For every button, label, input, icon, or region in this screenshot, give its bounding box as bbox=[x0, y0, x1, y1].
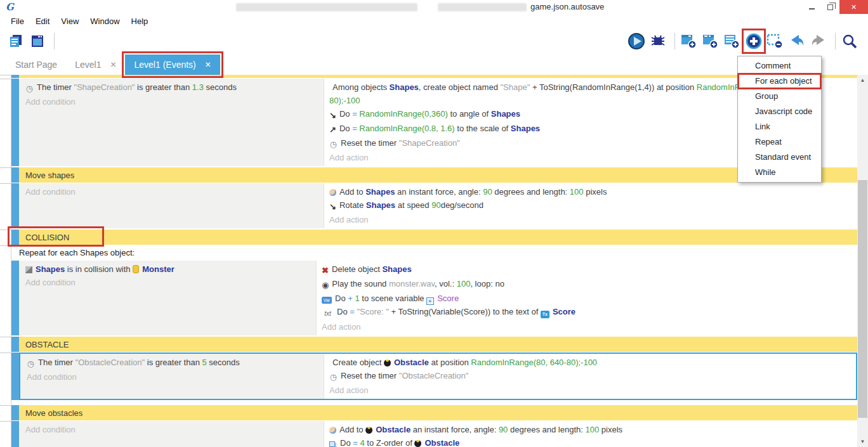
comment-row: OBSTACLE bbox=[0, 337, 857, 352]
add-condition-button[interactable]: Add condition bbox=[25, 423, 320, 436]
text-segment: RandomInRange(0.8, 1.6) bbox=[357, 124, 455, 133]
project-manager-icon[interactable] bbox=[6, 31, 25, 51]
add-condition-button[interactable]: Add condition bbox=[25, 276, 312, 289]
menu-item-link[interactable]: Link bbox=[738, 119, 821, 134]
text-segment: "ObstacleCreation" bbox=[76, 358, 145, 367]
vertical-scrollbar[interactable]: ▲ ▼ bbox=[857, 75, 868, 447]
add-event-type-icon[interactable] bbox=[744, 31, 763, 51]
comment-text[interactable]: Move shapes bbox=[19, 167, 857, 183]
text-segment: pixels bbox=[599, 425, 622, 434]
event-drag-handle[interactable] bbox=[11, 337, 19, 352]
redo-icon[interactable] bbox=[809, 31, 828, 51]
text-action-icon bbox=[322, 306, 334, 320]
event-drag-handle[interactable] bbox=[11, 405, 19, 420]
text-segment: Do bbox=[339, 124, 352, 133]
event-drag-handle[interactable] bbox=[11, 230, 19, 245]
delete-event-icon[interactable] bbox=[766, 31, 785, 51]
comment-text[interactable]: Move obstacles bbox=[19, 405, 857, 420]
text-segment: Shapes bbox=[511, 124, 540, 133]
text-segment: is in collision with bbox=[65, 264, 133, 274]
comment-strip[interactable] bbox=[19, 75, 857, 78]
minimize-button[interactable] bbox=[803, 0, 821, 14]
actions-column[interactable]: Add to Obstacle an instant force, angle:… bbox=[324, 421, 857, 447]
menu-help[interactable]: Help bbox=[126, 16, 154, 26]
add-condition-button[interactable]: Add condition bbox=[25, 95, 320, 108]
conditions-column[interactable]: The timer "ShapeCreation" is greater tha… bbox=[19, 79, 324, 166]
event-drag-handle[interactable] bbox=[11, 183, 19, 228]
toolbar-separator bbox=[54, 33, 55, 49]
condition-line[interactable]: Shapes is in collision with Monster bbox=[25, 262, 312, 276]
debug-icon[interactable] bbox=[648, 31, 667, 51]
conditions-column[interactable]: The timer "ObstacleCreation" is greater … bbox=[20, 354, 324, 399]
actions-column[interactable]: Delete object ShapesPlay the sound monst… bbox=[316, 261, 857, 335]
condition-line[interactable]: The timer "ObstacleCreation" is greater … bbox=[27, 356, 320, 370]
action-line[interactable]: Add to Shapes an instant force, angle: 9… bbox=[329, 185, 813, 198]
event-drag-handle[interactable] bbox=[11, 421, 19, 447]
action-line[interactable]: Do + 1 to scene variable Score bbox=[322, 292, 813, 305]
tab-level1-events-[interactable]: Level1 (Events)✕ bbox=[125, 55, 220, 75]
action-line[interactable]: Do = 4 to Z-order of Obstacle bbox=[329, 436, 813, 447]
for-each-header[interactable]: Repeat for each Shapes object: bbox=[11, 245, 857, 261]
menu-item-comment[interactable]: Comment bbox=[738, 58, 821, 74]
action-line[interactable]: Rotate Shapes at speed 90deg/second bbox=[329, 198, 813, 213]
actions-column[interactable]: Add to Shapes an instant force, angle: 9… bbox=[324, 183, 857, 228]
add-subevent-icon[interactable] bbox=[701, 31, 720, 51]
condition-line[interactable]: The timer "ShapeCreation" is greater tha… bbox=[25, 81, 320, 95]
add-condition-button[interactable]: Add condition bbox=[25, 185, 320, 198]
event-drag-handle[interactable] bbox=[11, 261, 19, 335]
gdevelop-window: game.json.autosave FileEditViewWindowHel… bbox=[0, 0, 868, 447]
scroll-up-arrow-icon[interactable]: ▲ bbox=[857, 75, 868, 86]
menu-item-repeat[interactable]: Repeat bbox=[738, 134, 821, 150]
action-line[interactable]: Reset the timer "ObstacleCreation" bbox=[329, 369, 812, 384]
play-icon[interactable] bbox=[627, 31, 646, 51]
text-segment: "Score: " bbox=[355, 307, 389, 316]
menu-item-standard-event[interactable]: Standard event bbox=[738, 150, 821, 165]
add-action-button[interactable]: Add action bbox=[329, 384, 812, 397]
menu-item-for-each-object[interactable]: For each object bbox=[738, 74, 821, 89]
restore-button[interactable] bbox=[821, 0, 839, 14]
comment-text[interactable]: COLLISION bbox=[19, 230, 857, 245]
add-action-button[interactable]: Add action bbox=[329, 213, 813, 226]
action-line[interactable]: Delete object Shapes bbox=[322, 262, 813, 277]
event-drag-handle[interactable] bbox=[11, 75, 19, 78]
menu-item-group[interactable]: Group bbox=[738, 89, 821, 104]
search-icon[interactable] bbox=[840, 31, 859, 51]
tab-start-page[interactable]: Start Page bbox=[6, 55, 66, 75]
add-event-icon[interactable] bbox=[680, 31, 699, 51]
menu-edit[interactable]: Edit bbox=[30, 16, 55, 26]
text-segment: Do bbox=[335, 294, 348, 303]
action-line[interactable]: Play the sound monster.wav, vol.: 100, l… bbox=[322, 277, 813, 292]
menu-view[interactable]: View bbox=[55, 16, 84, 26]
conditions-column[interactable]: Add condition bbox=[19, 183, 324, 228]
menu-file[interactable]: File bbox=[5, 16, 30, 26]
add-action-button[interactable]: Add action bbox=[322, 320, 813, 334]
comment-text[interactable]: OBSTACLE bbox=[19, 337, 857, 352]
conditions-column[interactable]: Shapes is in collision with MonsterAdd c… bbox=[19, 261, 316, 335]
event-drag-handle[interactable] bbox=[11, 79, 19, 166]
scroll-down-arrow-icon[interactable]: ▼ bbox=[857, 436, 868, 447]
text-segment: "ObstacleCreation" bbox=[399, 371, 469, 380]
text-segment: Shapes bbox=[36, 264, 65, 274]
event-drag-handle[interactable] bbox=[11, 167, 19, 183]
title-bar: game.json.autosave bbox=[0, 0, 868, 14]
text-segment: 5 bbox=[202, 358, 207, 367]
action-line[interactable]: Do = "Score: " + ToString(Variable(Score… bbox=[322, 305, 813, 320]
scrollbar-thumb[interactable] bbox=[858, 180, 867, 418]
close-button[interactable] bbox=[839, 0, 868, 14]
actions-column[interactable]: Create object Obstacle at position Rando… bbox=[324, 354, 856, 399]
menu-window[interactable]: Window bbox=[84, 16, 125, 26]
add-condition-button[interactable]: Add condition bbox=[27, 370, 320, 384]
tab-close-icon[interactable]: ✕ bbox=[205, 60, 211, 69]
event-drag-handle[interactable] bbox=[11, 353, 19, 400]
scene-editor-icon[interactable] bbox=[28, 31, 47, 51]
text-segment: pixels bbox=[584, 187, 607, 197]
tab-close-icon[interactable]: ✕ bbox=[110, 60, 116, 69]
undo-icon[interactable] bbox=[787, 31, 806, 51]
action-line[interactable]: Add to Obstacle an instant force, angle:… bbox=[329, 423, 813, 436]
tab-level1[interactable]: Level1✕ bbox=[66, 55, 125, 75]
add-comment-event-icon[interactable] bbox=[723, 31, 742, 51]
menu-item-while[interactable]: While bbox=[738, 165, 821, 180]
action-line[interactable]: Create object Obstacle at position Rando… bbox=[329, 356, 812, 369]
conditions-column[interactable]: Add condition bbox=[19, 421, 324, 447]
menu-item-javascript-code[interactable]: Javascript code bbox=[738, 104, 821, 119]
